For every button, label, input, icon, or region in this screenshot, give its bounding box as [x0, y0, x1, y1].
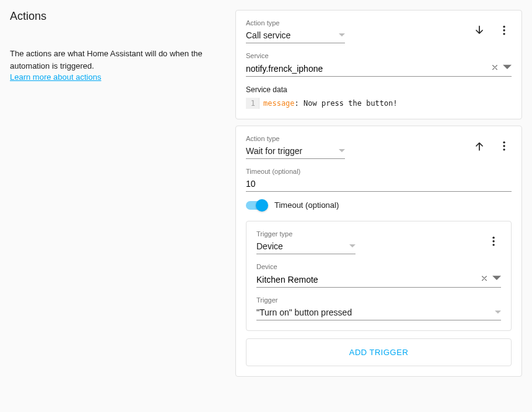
- toggle-knob: [256, 199, 268, 212]
- trigger-type-label: Trigger type: [256, 230, 486, 238]
- svg-point-8: [492, 244, 494, 246]
- overflow-menu-button[interactable]: [497, 139, 512, 153]
- overflow-menu-button[interactable]: [497, 23, 512, 38]
- action-type-value: Call service: [246, 30, 290, 40]
- code-gutter: 1: [246, 98, 259, 109]
- service-input[interactable]: [246, 64, 491, 74]
- clear-button[interactable]: [491, 63, 499, 74]
- service-combobox[interactable]: [246, 61, 512, 77]
- chevron-down-icon: [339, 32, 345, 38]
- overflow-menu-button[interactable]: [486, 234, 501, 249]
- device-input[interactable]: [256, 275, 480, 285]
- add-trigger-button[interactable]: ADD TRIGGER: [246, 338, 512, 366]
- svg-point-4: [503, 145, 505, 147]
- chevron-down-icon: [503, 63, 512, 72]
- clear-button[interactable]: [480, 274, 489, 285]
- dropdown-toggle[interactable]: [492, 274, 501, 285]
- svg-point-1: [503, 29, 505, 31]
- trigger-type-value: Device: [256, 241, 283, 251]
- close-icon: [491, 63, 499, 72]
- timeout-toggle[interactable]: [246, 201, 267, 210]
- dots-vertical-icon: [498, 140, 510, 152]
- action-type-select[interactable]: Wait for trigger: [246, 144, 345, 159]
- chevron-down-icon: [349, 243, 355, 249]
- trigger-select[interactable]: "Turn on" button pressed: [256, 305, 501, 320]
- dropdown-toggle[interactable]: [503, 63, 512, 74]
- chevron-down-icon: [339, 148, 345, 154]
- section-title: Actions: [10, 10, 220, 23]
- service-data-editor[interactable]: 1 message: Now press the button!: [246, 98, 512, 109]
- trigger-type-select[interactable]: Device: [256, 239, 355, 254]
- svg-point-5: [503, 148, 505, 150]
- trigger-label: Trigger: [256, 296, 501, 304]
- timeout-input[interactable]: [246, 176, 512, 192]
- toggle-label: Timeout (optional): [274, 200, 339, 210]
- svg-point-7: [492, 240, 494, 242]
- action-type-label: Action type: [246, 19, 472, 27]
- close-icon: [480, 274, 489, 283]
- dots-vertical-icon: [498, 24, 510, 36]
- device-label: Device: [256, 263, 501, 270]
- chevron-down-icon: [492, 274, 501, 283]
- action-card-call-service: Action type Call service: [235, 10, 522, 119]
- yaml-value: : Now press the button!: [295, 99, 398, 108]
- trigger-card: Trigger type Device D: [246, 221, 512, 331]
- service-label: Service: [246, 52, 512, 59]
- svg-point-2: [503, 33, 505, 35]
- svg-point-6: [492, 237, 494, 239]
- dots-vertical-icon: [487, 235, 500, 247]
- service-data-label: Service data: [246, 85, 512, 94]
- yaml-key: message: [263, 99, 295, 108]
- trigger-value: "Turn on" button pressed: [256, 307, 352, 317]
- chevron-down-icon: [495, 309, 501, 315]
- timeout-label: Timeout (optional): [246, 168, 512, 175]
- action-type-value: Wait for trigger: [246, 146, 302, 156]
- arrow-up-icon: [473, 140, 486, 152]
- code-line[interactable]: message: Now press the button!: [259, 98, 401, 109]
- section-description: The actions are what Home Assistant will…: [10, 48, 220, 72]
- action-type-select[interactable]: Call service: [246, 28, 345, 43]
- move-down-button[interactable]: [472, 23, 487, 38]
- device-combobox[interactable]: [256, 272, 501, 288]
- arrow-down-icon: [473, 24, 486, 36]
- move-up-button[interactable]: [472, 139, 487, 153]
- action-card-wait-for-trigger: Action type Wait for trigger: [235, 126, 522, 377]
- svg-point-3: [503, 142, 505, 144]
- learn-more-link[interactable]: Learn more about actions: [10, 72, 101, 82]
- action-type-label: Action type: [246, 135, 472, 142]
- svg-point-0: [503, 26, 505, 28]
